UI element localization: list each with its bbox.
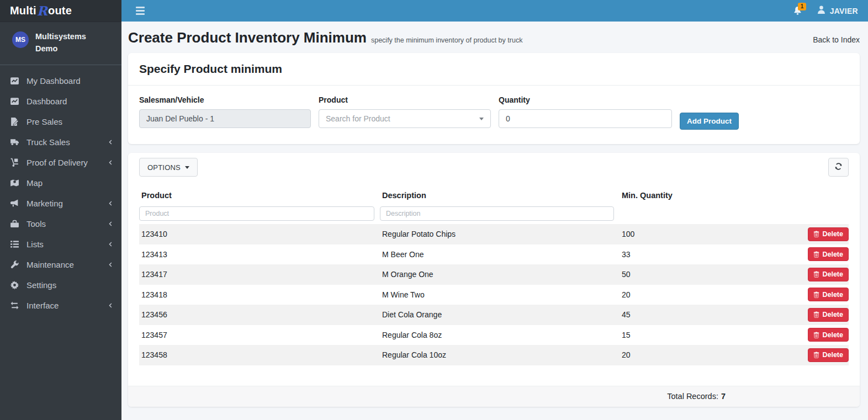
- cell-product: 123458: [139, 350, 380, 359]
- sidebar: MultiRoute MS Multisystems Demo My Dashb…: [0, 0, 121, 420]
- gear-icon: [9, 280, 20, 290]
- delete-button[interactable]: Delete: [808, 247, 849, 261]
- refresh-button[interactable]: [828, 158, 849, 177]
- description-filter-input[interactable]: [380, 206, 614, 221]
- delete-button[interactable]: Delete: [808, 328, 849, 342]
- cell-min-quantity: 50: [620, 270, 764, 279]
- back-to-index-link[interactable]: Back to Index: [813, 35, 860, 44]
- page-title: Create Product Inventory Minimum: [128, 29, 367, 46]
- toolbox-icon: [9, 219, 20, 228]
- options-dropdown-button[interactable]: OPTIONS: [139, 158, 198, 177]
- chevron-left-icon: [108, 301, 114, 310]
- user-icon: [817, 5, 826, 17]
- cell-min-quantity: 45: [620, 310, 764, 319]
- page-subtitle: specify the minimum inventory of product…: [371, 36, 522, 44]
- trash-icon: [813, 311, 819, 318]
- delete-button[interactable]: Delete: [808, 227, 849, 241]
- caret-down-icon: [185, 166, 189, 169]
- col-header-min-quantity: Min. Quantity: [620, 191, 764, 200]
- dolly-icon: [9, 158, 20, 167]
- add-product-button[interactable]: Add Product: [680, 113, 739, 130]
- org-user-panel[interactable]: MS Multisystems Demo: [0, 22, 121, 65]
- sidebar-item-lists[interactable]: Lists: [0, 234, 121, 254]
- caret-down-icon: [479, 118, 484, 120]
- cell-min-quantity: 15: [620, 331, 764, 339]
- product-select[interactable]: Search for Product: [319, 109, 491, 128]
- table-footer: Total Records: 7: [128, 386, 860, 407]
- logo-text-r: R: [37, 3, 47, 18]
- cell-product: 123457: [139, 331, 380, 339]
- sidebar-item-label: Map: [27, 178, 114, 188]
- sidebar-item-tools[interactable]: Tools: [0, 214, 121, 234]
- sidebar-item-marketing[interactable]: Marketing: [0, 193, 121, 214]
- cell-product: 123456: [139, 310, 380, 319]
- org-name: Multisystems Demo: [35, 30, 96, 55]
- list-icon: [9, 240, 20, 249]
- table-row: 123456 Diet Cola Orange 45 Delete: [139, 305, 849, 325]
- salesman-vehicle-field[interactable]: [139, 109, 311, 128]
- card-title: Specify Product minimum: [139, 62, 849, 76]
- trash-icon: [813, 231, 819, 237]
- sidebar-item-pre-sales[interactable]: Pre Sales: [0, 111, 121, 132]
- chevron-left-icon: [108, 260, 114, 269]
- truck-icon: [9, 137, 20, 147]
- total-records-value: 7: [721, 392, 726, 401]
- app-logo[interactable]: MultiRoute: [0, 0, 121, 22]
- sidebar-item-label: Pre Sales: [27, 117, 114, 126]
- sidebar-item-label: Tools: [27, 219, 101, 228]
- sidebar-item-label: Truck Sales: [27, 137, 101, 147]
- menu-toggle-icon[interactable]: [136, 7, 145, 15]
- chevron-left-icon: [108, 240, 114, 249]
- cell-description: Regular Potato Chips: [380, 230, 620, 238]
- chart-line-icon: [9, 76, 20, 86]
- notifications-button[interactable]: 1: [793, 6, 802, 15]
- cell-min-quantity: 100: [620, 230, 764, 238]
- sidebar-item-dashboard[interactable]: Dashboard: [0, 91, 121, 111]
- sidebar-item-my-dashboard[interactable]: My Dashboard: [0, 71, 121, 91]
- sidebar-item-label: Settings: [27, 280, 114, 290]
- table-header-row: Product Description Min. Quantity: [139, 191, 849, 206]
- product-label: Product: [319, 95, 491, 104]
- sync-icon: [834, 162, 843, 172]
- col-header-product: Product: [139, 191, 380, 200]
- cell-product: 123413: [139, 250, 380, 259]
- notification-count-badge: 1: [798, 3, 807, 10]
- cell-product: 123418: [139, 290, 380, 299]
- logo-text-oute: oute: [48, 4, 72, 17]
- delete-button[interactable]: Delete: [808, 288, 849, 301]
- sidebar-item-maintenance[interactable]: Maintenance: [0, 254, 121, 275]
- sidebar-item-interface[interactable]: Interface: [0, 295, 121, 316]
- wrench-icon: [9, 260, 20, 269]
- sidebar-item-label: Maintenance: [27, 260, 101, 269]
- table-row: 123413 M Beer One 33 Delete: [139, 244, 849, 265]
- trash-icon: [813, 291, 819, 298]
- sidebar-item-proof-of-delivery[interactable]: Proof of Delivery: [0, 152, 121, 173]
- trash-icon: [813, 271, 819, 278]
- user-menu-button[interactable]: JAVIER: [817, 5, 858, 17]
- trash-icon: [813, 251, 819, 258]
- product-filter-input[interactable]: [139, 206, 374, 221]
- trash-icon: [813, 352, 819, 358]
- cell-description: Regular Cola 8oz: [380, 331, 620, 339]
- quantity-field[interactable]: [499, 109, 672, 128]
- cell-min-quantity: 33: [620, 250, 764, 259]
- sidebar-item-label: Interface: [27, 301, 101, 310]
- cell-product: 123417: [139, 270, 380, 279]
- cell-min-quantity: 20: [620, 350, 764, 359]
- sidebar-item-settings[interactable]: Settings: [0, 275, 121, 295]
- col-header-description: Description: [380, 191, 620, 200]
- chevron-left-icon: [108, 199, 114, 208]
- org-avatar: MS: [12, 31, 29, 48]
- delete-button[interactable]: Delete: [808, 268, 849, 281]
- sidebar-item-truck-sales[interactable]: Truck Sales: [0, 132, 121, 152]
- sidebar-item-map[interactable]: Map: [0, 173, 121, 193]
- cell-description: Diet Cola Orange: [380, 310, 620, 319]
- chevron-left-icon: [108, 158, 114, 167]
- minimums-table: Product Description Min. Quantity 123410…: [139, 191, 849, 365]
- cell-description: Regular Cola 10oz: [380, 350, 620, 359]
- chart-line-icon: [9, 97, 20, 106]
- delete-button[interactable]: Delete: [808, 308, 849, 322]
- specify-minimum-card: Specify Product minimum Salesman/Vehicle…: [128, 53, 860, 144]
- sidebar-item-label: Proof of Delivery: [27, 158, 101, 167]
- delete-button[interactable]: Delete: [808, 348, 849, 362]
